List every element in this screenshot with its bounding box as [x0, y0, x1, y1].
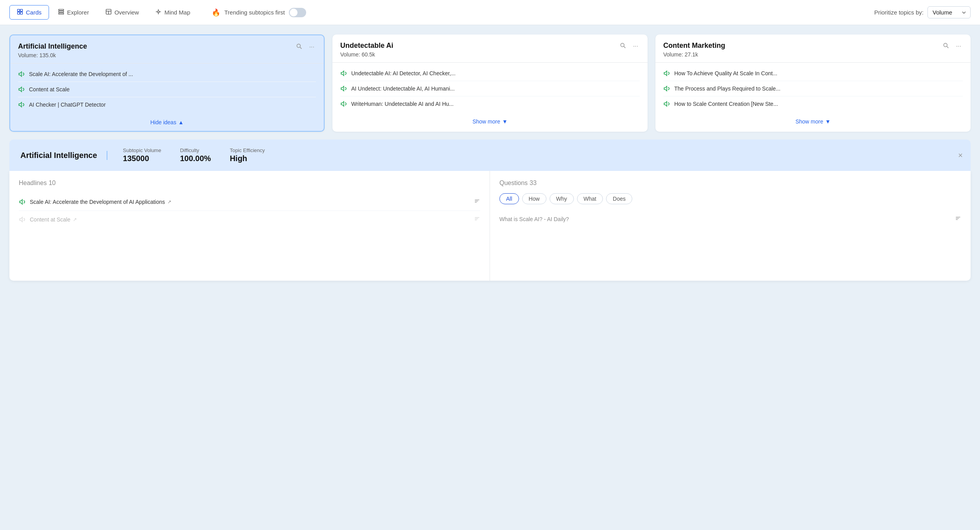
card-search-icon-content[interactable]: [941, 42, 951, 51]
headline-text-2: Content at Scale ↗: [30, 216, 470, 223]
detail-stat-volume-value: 135000: [123, 154, 162, 163]
card-more-icon-content[interactable]: ···: [955, 42, 963, 51]
svg-rect-3: [20, 12, 23, 15]
questions-column: Questions 33 All How Why What Does What …: [490, 171, 971, 281]
card-title-ai: Artificial Intelligence: [18, 42, 87, 51]
svg-rect-6: [59, 13, 64, 14]
svg-line-16: [300, 47, 301, 49]
card-item-content-3: How to Scale Content Creation [New Ste..…: [663, 96, 963, 111]
card-header-ai: Artificial Intelligence Volume: 135.0k ·…: [10, 35, 324, 63]
card-footer-content: Show more ▼: [655, 113, 971, 130]
show-more-link-content[interactable]: Show more ▼: [795, 118, 831, 125]
card-content-marketing: Content Marketing Volume: 27.1k ···: [655, 34, 971, 132]
prioritize-label: Prioritize topics by:: [874, 9, 924, 16]
sort-icon-1[interactable]: [474, 198, 480, 206]
filter-all[interactable]: All: [499, 193, 519, 204]
prioritize-section: Prioritize topics by: Volume Difficulty …: [874, 6, 971, 18]
sort-icon-2[interactable]: [474, 216, 480, 223]
svg-point-10: [158, 11, 160, 13]
headlines-column: Headlines 10 Scale AI: Accelerate the De…: [9, 171, 490, 281]
headline-item-1: Scale AI: Accelerate the Development of …: [19, 193, 480, 211]
svg-rect-5: [59, 11, 64, 12]
show-more-link-undetectable[interactable]: Show more ▼: [472, 118, 508, 125]
card-search-icon-undetectable[interactable]: [618, 42, 628, 51]
detail-stat-volume: Subtopic Volume 135000: [123, 147, 162, 163]
card-title-undetectable: Undetectable Ai: [340, 42, 393, 50]
questions-title: Questions 33: [499, 179, 961, 187]
tab-overview[interactable]: Overview: [98, 5, 147, 20]
card-item-ai-1: Scale AI: Accelerate the Development of …: [18, 67, 316, 82]
explorer-icon: [58, 9, 64, 16]
card-artificial-intelligence: Artificial Intelligence Volume: 135.0k ·…: [9, 34, 325, 132]
detail-stat-efficiency-value: High: [230, 154, 265, 163]
detail-stat-difficulty-label: Difficulty: [180, 147, 211, 153]
tab-mindmap-label: Mind Map: [164, 9, 190, 16]
external-link-icon-2[interactable]: ↗: [73, 217, 77, 222]
card-more-icon-ai[interactable]: ···: [308, 43, 316, 51]
trending-toggle[interactable]: [289, 8, 306, 17]
hide-ideas-link-ai[interactable]: Hide ideas ▲: [150, 119, 183, 125]
overview-icon: [105, 9, 112, 16]
svg-point-15: [297, 44, 300, 47]
cards-icon: [17, 9, 23, 16]
detail-close-button[interactable]: ×: [958, 151, 963, 159]
trending-section: 🔥 Trending subtopics first: [212, 8, 306, 17]
detail-stat-difficulty-value: 100.00%: [180, 154, 211, 163]
detail-stat-volume-label: Subtopic Volume: [123, 147, 162, 153]
external-link-icon-1[interactable]: ↗: [167, 199, 171, 205]
card-item-content-2: The Process and Plays Required to Scale.…: [663, 81, 963, 96]
svg-rect-0: [18, 9, 20, 12]
card-footer-undetectable: Show more ▼: [332, 113, 648, 130]
card-body-ai: Scale AI: Accelerate the Development of …: [10, 63, 324, 114]
detail-stat-efficiency: Topic Efficiency High: [230, 147, 265, 163]
card-item-ai-2: Content at Scale: [18, 82, 316, 97]
tab-overview-label: Overview: [114, 9, 139, 16]
tab-explorer-label: Explorer: [67, 9, 89, 16]
card-volume-undetectable: Volume: 60.5k: [340, 51, 393, 58]
card-header-undetectable: Undetectable Ai Volume: 60.5k ···: [332, 34, 648, 62]
card-footer-ai: Hide ideas ▲: [10, 114, 324, 131]
svg-line-20: [947, 46, 948, 48]
question-text-1: What is Scale AI? - AI Daily?: [499, 216, 951, 222]
card-item-undetectable-1: Undetectable AI: AI Detector, AI Checker…: [340, 66, 640, 81]
headline-text-1: Scale AI: Accelerate the Development of …: [30, 199, 470, 205]
headline-item-2: Content at Scale ↗: [19, 211, 480, 228]
filter-what[interactable]: What: [577, 193, 603, 204]
filter-how[interactable]: How: [522, 193, 546, 204]
card-more-icon-undetectable[interactable]: ···: [632, 42, 640, 51]
card-item-undetectable-2: AI Undetect: Undetectable AI, AI Humani.…: [340, 81, 640, 96]
tab-cards[interactable]: Cards: [9, 5, 49, 20]
svg-rect-1: [20, 9, 23, 12]
question-item-1: What is Scale AI? - AI Daily?: [499, 211, 961, 228]
svg-point-17: [621, 43, 624, 47]
main-content: Artificial Intelligence Volume: 135.0k ·…: [0, 25, 980, 281]
svg-point-19: [944, 43, 947, 47]
trending-label: Trending subtopics first: [224, 9, 285, 16]
card-volume-content: Volume: 27.1k: [663, 51, 725, 58]
top-navigation: Cards Explorer Overview: [0, 0, 980, 25]
question-sort-icon-1[interactable]: [955, 215, 961, 223]
card-volume-ai: Volume: 135.0k: [18, 52, 87, 58]
headlines-title: Headlines 10: [19, 179, 480, 187]
detail-stat-difficulty: Difficulty 100.00%: [180, 147, 211, 163]
detail-panel: Artificial Intelligence Subtopic Volume …: [9, 140, 971, 171]
card-item-undetectable-3: WriteHuman: Undetectable AI and AI Hu...: [340, 96, 640, 111]
detail-topic-name: Artificial Intelligence: [20, 151, 107, 160]
card-search-icon-ai[interactable]: [294, 42, 304, 52]
filter-does[interactable]: Does: [606, 193, 632, 204]
tab-mindmap[interactable]: Mind Map: [148, 5, 198, 20]
card-item-content-1: How To Achieve Quality At Scale In Cont.…: [663, 66, 963, 81]
tab-explorer[interactable]: Explorer: [51, 5, 96, 20]
filter-why[interactable]: Why: [550, 193, 574, 204]
question-filters: All How Why What Does: [499, 193, 961, 204]
svg-rect-2: [18, 12, 20, 15]
svg-line-18: [624, 46, 625, 48]
detail-stat-efficiency-label: Topic Efficiency: [230, 147, 265, 153]
card-body-undetectable: Undetectable AI: AI Detector, AI Checker…: [332, 62, 648, 113]
card-undetectable-ai: Undetectable Ai Volume: 60.5k ···: [332, 34, 648, 132]
card-title-content: Content Marketing: [663, 42, 725, 50]
prioritize-select[interactable]: Volume Difficulty Efficiency: [927, 6, 971, 18]
card-item-ai-3: AI Checker | ChatGPT Detector: [18, 97, 316, 112]
card-header-content: Content Marketing Volume: 27.1k ···: [655, 34, 971, 62]
flame-icon: 🔥: [212, 8, 220, 17]
